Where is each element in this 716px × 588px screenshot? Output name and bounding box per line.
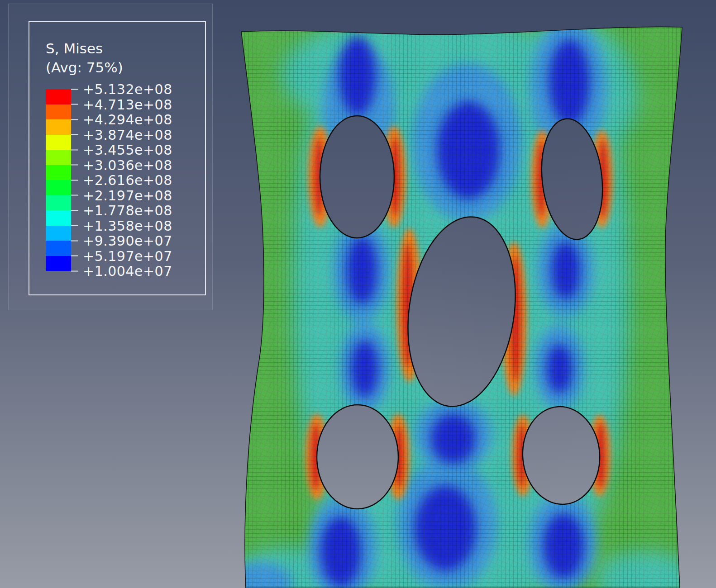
legend-label: +5.132e+08 [71,81,172,97]
legend-tick-mark [71,180,78,180]
legend-frame: S, Mises (Avg: 75%) +5.132e+08+4.713e+08… [29,21,206,295]
legend-tick-mark [71,134,78,135]
legend-value-text: +3.455e+08 [83,142,172,158]
legend-colorbar [46,89,71,271]
legend-value-text: +4.713e+08 [83,96,172,112]
legend-label: +3.455e+08 [71,142,172,158]
legend-swatch [46,89,71,104]
stress-contour-group [226,14,695,588]
legend-swatch [46,135,71,150]
legend-colorbar-wrap: +5.132e+08+4.713e+08+4.294e+08+3.874e+08… [46,89,181,271]
legend-swatch [46,210,71,226]
legend-tick-mark [71,89,78,90]
legend-swatch [46,226,71,241]
legend-tick-mark [71,165,78,166]
legend-value-text: +2.197e+08 [83,187,172,203]
legend-value-text: +5.197e+07 [83,248,172,264]
legend-tick-mark [71,149,78,150]
legend-label: +4.713e+08 [71,96,172,112]
legend-value-text: +3.874e+08 [83,127,172,142]
legend-subtitle: (Avg: 75%) [46,59,205,76]
legend-tick-mark [71,256,78,256]
legend-value-text: +3.036e+08 [83,157,172,173]
legend-label: +4.294e+08 [71,112,172,128]
legend-value-text: +9.390e+07 [83,233,172,249]
legend-label: +1.004e+07 [71,263,172,279]
legend-swatch [46,165,71,180]
legend-tick-mark [71,119,78,120]
legend-value-text: +1.004e+07 [83,263,172,279]
legend-tick-mark [71,210,78,211]
legend-tick-mark [71,225,78,226]
legend-swatch [46,195,71,211]
legend-swatch [46,104,71,120]
hole-bottom-left [317,405,398,509]
legend-labels: +5.132e+08+4.713e+08+4.294e+08+3.874e+08… [71,89,189,271]
hole-top-left [320,116,394,238]
legend-value-text: +5.132e+08 [83,81,172,97]
legend-label: +3.874e+08 [71,127,172,142]
legend-label: +2.197e+08 [71,187,172,203]
legend-value-text: +4.294e+08 [83,112,172,128]
legend-value-text: +2.616e+08 [83,172,172,188]
legend-label: +1.778e+08 [71,203,172,218]
legend-swatch [46,119,71,135]
legend-title: S, Mises [46,40,205,57]
legend-swatch [46,150,71,165]
legend-value-text: +1.778e+08 [83,203,172,218]
legend-panel: S, Mises (Avg: 75%) +5.132e+08+4.713e+08… [8,4,213,310]
legend-label: +1.358e+08 [71,218,172,233]
legend-tick-mark [71,104,78,105]
legend-swatch [46,256,71,271]
legend-tick-mark [71,240,78,241]
legend-label: +2.616e+08 [71,172,172,188]
legend-value-text: +1.358e+08 [83,218,172,233]
legend-label: +5.197e+07 [71,248,172,264]
legend-label: +9.390e+07 [71,233,172,249]
legend-swatch [46,241,71,256]
legend-label: +3.036e+08 [71,157,172,173]
legend-tick-mark [71,270,78,271]
legend-tick-mark [71,195,78,196]
abaqus-viewport: S, Mises (Avg: 75%) +5.132e+08+4.713e+08… [0,0,716,588]
legend-swatch [46,180,71,195]
